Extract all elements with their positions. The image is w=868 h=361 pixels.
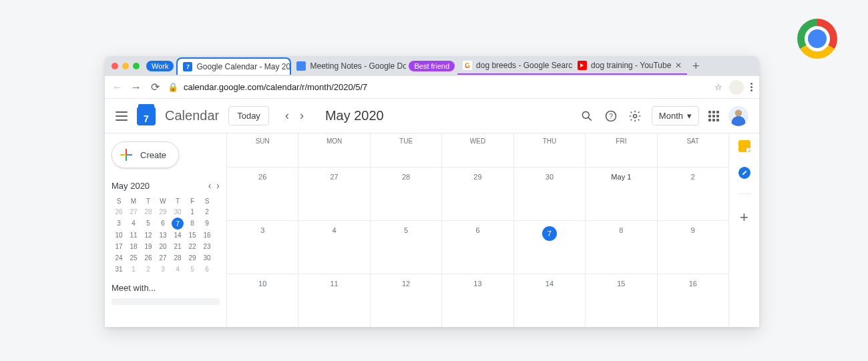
mini-day[interactable]: 23 [200, 241, 214, 252]
mini-day[interactable]: 22 [185, 241, 200, 252]
mini-prev-button[interactable]: ‹ [208, 180, 212, 191]
next-month-button[interactable]: › [296, 106, 308, 125]
mini-day[interactable]: 30 [200, 252, 214, 264]
tab-docs[interactable]: Meeting Notes - Google Do… ✕ [291, 57, 406, 75]
mini-day[interactable]: 15 [185, 230, 200, 241]
address-bar[interactable]: 🔒 calendar.google.com/calendar/r/month/2… [168, 82, 722, 92]
profile-avatar[interactable] [729, 80, 744, 95]
tab-youtube[interactable]: dog training - YouTube ✕ [572, 57, 687, 75]
create-button[interactable]: Create [112, 141, 179, 168]
main-menu-icon[interactable] [116, 111, 128, 121]
settings-gear-icon[interactable] [628, 109, 642, 123]
keep-icon[interactable] [738, 140, 750, 152]
mini-day[interactable]: 6 [200, 264, 214, 275]
traffic-lights[interactable] [110, 63, 144, 69]
mini-day[interactable]: 13 [156, 230, 170, 241]
mini-day[interactable]: 25 [126, 252, 141, 264]
mini-calendar[interactable]: SMTWTFS262728293012345678910111213141516… [112, 196, 220, 275]
day-cell[interactable]: 16 [657, 274, 728, 327]
mini-day[interactable]: 8 [185, 218, 200, 230]
get-addons-button[interactable]: + [740, 209, 748, 226]
forward-button[interactable]: → [130, 81, 142, 93]
mini-day[interactable]: 29 [156, 206, 170, 218]
mini-day[interactable]: 27 [126, 206, 141, 218]
mini-day[interactable]: 10 [112, 230, 126, 241]
day-cell[interactable]: 26 [226, 167, 298, 220]
day-cell[interactable]: 15 [585, 274, 656, 327]
mini-day[interactable]: 12 [141, 230, 156, 241]
mini-day[interactable]: 28 [141, 206, 156, 218]
mini-day[interactable]: 16 [200, 230, 214, 241]
day-cell[interactable]: 6 [441, 220, 513, 274]
mini-day[interactable]: 7 [172, 218, 184, 230]
account-avatar[interactable] [728, 106, 748, 126]
date-grid[interactable]: 2627282930May 12345678910111213141516 [226, 167, 728, 327]
mini-day[interactable]: 17 [112, 241, 126, 252]
close-window-icon[interactable] [112, 63, 118, 69]
mini-day[interactable]: 26 [112, 206, 126, 218]
minimize-window-icon[interactable] [122, 63, 129, 69]
day-cell[interactable]: 5 [370, 220, 441, 274]
mini-day[interactable]: 20 [156, 241, 170, 252]
tab-search[interactable]: dog breeds - Google Searc… ✕ [457, 57, 572, 75]
mini-next-button[interactable]: › [216, 180, 220, 191]
day-cell[interactable]: 14 [513, 274, 585, 327]
maximize-window-icon[interactable] [133, 63, 140, 69]
search-icon[interactable] [580, 109, 594, 123]
mini-day[interactable]: 18 [126, 241, 141, 252]
day-cell[interactable]: 10 [226, 274, 298, 327]
day-cell[interactable]: 11 [298, 274, 369, 327]
day-cell[interactable]: 2 [657, 167, 728, 220]
new-tab-button[interactable]: + [687, 59, 705, 73]
mini-day[interactable]: 31 [112, 264, 126, 275]
close-tab-icon[interactable]: ✕ [675, 61, 682, 70]
day-cell[interactable]: 9 [657, 220, 728, 274]
meet-with-input[interactable] [112, 298, 220, 305]
mini-day[interactable]: 1 [185, 206, 200, 218]
mini-day[interactable]: 9 [200, 218, 214, 230]
mini-day[interactable]: 24 [112, 252, 126, 264]
day-cell[interactable]: 12 [370, 274, 441, 327]
day-cell[interactable]: 8 [585, 220, 656, 274]
tab-calendar[interactable]: 7 Google Calendar - May 20… ✕ [176, 57, 291, 75]
day-cell[interactable]: 3 [226, 220, 298, 274]
mini-day[interactable]: 28 [170, 252, 185, 264]
day-cell[interactable]: 7 [513, 220, 585, 274]
mini-day[interactable]: 4 [170, 264, 185, 275]
mini-day[interactable]: 2 [141, 264, 156, 275]
mini-day[interactable]: 1 [126, 264, 141, 275]
bookmark-star-icon[interactable]: ☆ [714, 82, 722, 92]
mini-day[interactable]: 21 [170, 241, 185, 252]
help-icon[interactable]: ? [604, 109, 618, 123]
tasks-icon[interactable] [738, 167, 750, 179]
mini-day[interactable]: 3 [156, 264, 170, 275]
mini-day[interactable]: 29 [185, 252, 200, 264]
day-cell[interactable]: 27 [298, 167, 369, 220]
day-cell[interactable]: 13 [441, 274, 513, 327]
mini-day[interactable]: 27 [156, 252, 170, 264]
mini-day[interactable]: 4 [126, 218, 141, 230]
day-cell[interactable]: 30 [513, 167, 585, 220]
reload-button[interactable]: ⟳ [149, 81, 161, 93]
mini-day[interactable]: 19 [141, 241, 156, 252]
today-button[interactable]: Today [228, 106, 269, 125]
back-button[interactable]: ← [112, 81, 124, 93]
mini-day[interactable]: 26 [141, 252, 156, 264]
mini-day[interactable]: 3 [112, 218, 126, 230]
mini-day[interactable]: 30 [170, 206, 185, 218]
day-cell[interactable]: May 1 [585, 167, 656, 220]
day-cell[interactable]: 4 [298, 220, 369, 274]
tab-group-bestfriend[interactable]: Best friend [409, 61, 455, 71]
mini-day[interactable]: 2 [200, 206, 214, 218]
day-cell[interactable]: 28 [370, 167, 441, 220]
chrome-menu-icon[interactable] [750, 83, 752, 91]
mini-day[interactable]: 6 [156, 218, 170, 230]
day-cell[interactable]: 29 [441, 167, 513, 220]
mini-day[interactable]: 14 [170, 230, 185, 241]
tab-group-work[interactable]: Work [146, 61, 174, 71]
mini-day[interactable]: 5 [141, 218, 156, 230]
prev-month-button[interactable]: ‹ [281, 106, 293, 125]
mini-day[interactable]: 5 [185, 264, 200, 275]
google-apps-icon[interactable] [708, 111, 719, 121]
mini-day[interactable]: 11 [126, 230, 141, 241]
